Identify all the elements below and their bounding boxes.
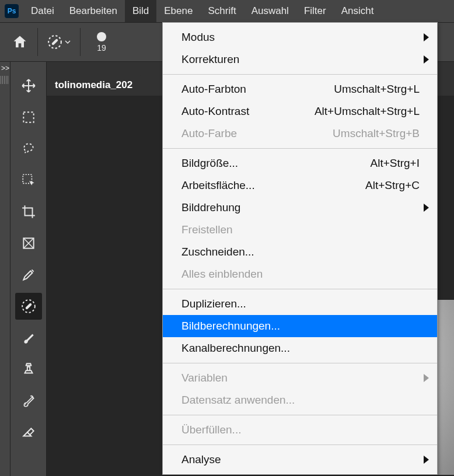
menu-auto-farbe: Auto-FarbeUmschalt+Strg+B	[163, 123, 437, 145]
separator	[80, 28, 81, 56]
healing-brush-tool[interactable]	[15, 293, 42, 320]
frame-tool[interactable]	[15, 230, 42, 257]
menu-variablen: Variablen	[163, 367, 437, 389]
crop-tool[interactable]	[15, 198, 42, 225]
menu-modus[interactable]: Modus	[163, 26, 437, 48]
menu-bearbeiten[interactable]: Bearbeiten	[62, 0, 125, 22]
app-logo: Ps	[0, 0, 23, 22]
menu-alles-einblenden: Alles einblenden	[163, 263, 437, 285]
menu-korrekturen[interactable]: Korrekturen	[163, 48, 437, 71]
menu-ueberfuellen: Überfüllen...	[163, 419, 437, 441]
menu-ebene[interactable]: Ebene	[156, 0, 200, 22]
menu-auto-kontrast[interactable]: Auto-KontrastAlt+Umschalt+Strg+L	[163, 100, 437, 123]
marquee-tool[interactable]	[15, 104, 42, 131]
svg-point-7	[25, 403, 26, 404]
menu-ansicht[interactable]: Ansicht	[334, 0, 382, 22]
menu-bilddrehung[interactable]: Bilddrehung	[163, 197, 437, 219]
svg-rect-1	[51, 38, 58, 46]
menu-schrift[interactable]: Schrift	[200, 0, 243, 22]
menu-datei[interactable]: Datei	[23, 0, 62, 22]
eraser-tool[interactable]	[15, 419, 42, 446]
eyedropper-tool[interactable]	[15, 261, 42, 288]
brush-tool[interactable]	[15, 324, 42, 351]
move-tool[interactable]	[15, 72, 42, 99]
menu-arbeitsflaeche[interactable]: Arbeitsfläche...Alt+Strg+C	[163, 174, 437, 197]
menu-zuschneiden[interactable]: Zuschneiden...	[163, 241, 437, 263]
object-select-tool[interactable]	[15, 167, 42, 194]
lasso-tool[interactable]	[15, 135, 42, 162]
ruler-strip: >>	[0, 62, 11, 476]
menu-auswahl[interactable]: Auswahl	[244, 0, 296, 22]
home-button[interactable]	[6, 28, 34, 56]
menu-duplizieren[interactable]: Duplizieren...	[163, 293, 437, 315]
ruler-ticks	[1, 76, 9, 84]
history-brush-tool[interactable]	[15, 387, 42, 414]
healing-brush-icon	[47, 34, 62, 50]
document-tab[interactable]: tolinomedia_202	[47, 75, 141, 96]
tool-preset-picker[interactable]	[41, 29, 76, 55]
menu-bild[interactable]: Bild	[125, 0, 156, 22]
menu-bildberechnungen[interactable]: Bildberechnungen...	[163, 315, 437, 337]
brush-size-value: 19	[97, 43, 106, 52]
brush-size-picker[interactable]: 19	[97, 32, 106, 52]
svg-rect-6	[25, 303, 32, 310]
menu-filter[interactable]: Filter	[296, 0, 334, 22]
separator	[37, 28, 38, 56]
tool-palette	[11, 62, 47, 476]
menu-auto-farbton[interactable]: Auto-FarbtonUmschalt+Strg+L	[163, 78, 437, 100]
svg-rect-2	[23, 112, 33, 122]
menu-freistellen: Freistellen	[163, 219, 437, 241]
menubar: Ps Datei Bearbeiten Bild Ebene Schrift A…	[0, 0, 454, 22]
home-icon	[12, 34, 28, 50]
menu-datensatz-anwenden: Datensatz anwenden...	[163, 389, 437, 411]
document-tab-bar: tolinomedia_202	[47, 74, 141, 96]
menu-analyse[interactable]: Analyse	[163, 449, 437, 471]
brush-preview-icon	[97, 32, 106, 41]
clone-stamp-tool[interactable]	[15, 356, 42, 383]
logo-badge: Ps	[5, 4, 19, 18]
expand-panels[interactable]: >>	[0, 62, 10, 75]
menu-kanalberechnungen[interactable]: Kanalberechnungen...	[163, 337, 437, 359]
bild-menu-dropdown: Modus Korrekturen Auto-FarbtonUmschalt+S…	[162, 22, 438, 475]
chevron-down-icon	[65, 39, 71, 45]
menu-bildgroesse[interactable]: Bildgröße...Alt+Strg+I	[163, 152, 437, 174]
